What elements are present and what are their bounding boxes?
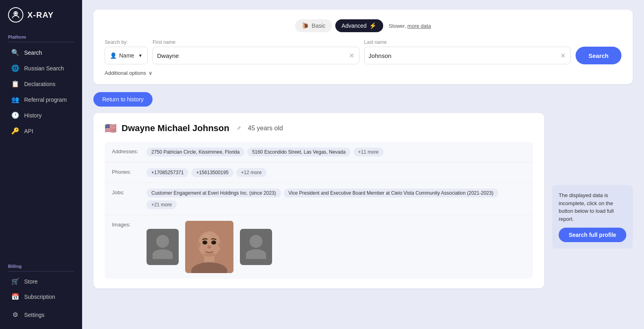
last-name-clear-button[interactable]: ✕: [559, 51, 566, 60]
sidebar-item-search[interactable]: 🔍 Search: [3, 45, 79, 60]
job-tag-more[interactable]: +21 more: [147, 200, 177, 209]
basic-label: Basic: [312, 23, 325, 29]
sidebar-item-russian-label: Russian Search: [24, 65, 64, 72]
result-name: Dwayne Michael Johnson: [122, 123, 229, 134]
phone-tag-more[interactable]: +12 more: [236, 168, 266, 177]
svg-point-13: [204, 234, 211, 238]
svg-point-12: [204, 253, 215, 257]
avatar-placeholder-1: [147, 229, 179, 265]
phone-tag-0: +17085257371: [147, 168, 188, 177]
person-photo: [185, 221, 233, 273]
search-by-container: Search by: 👤 Name ▼: [105, 39, 148, 64]
jobs-tags: Customer Engagement at Everi Holdings In…: [147, 189, 526, 209]
last-name-input[interactable]: [369, 52, 559, 59]
chevron-down-icon: ∨: [149, 70, 153, 76]
more-data-link[interactable]: more data: [407, 23, 431, 29]
avatar-placeholder-2: [240, 229, 272, 265]
result-header: 🇺🇸 Dwayne Michael Johnson ♂ 45 years old: [105, 123, 533, 134]
history-icon: 🕐: [11, 111, 19, 119]
sidebar: X-RAY Platform 🔍 Search 🌐 Russian Search…: [0, 0, 82, 329]
images-label: Images:: [112, 221, 140, 228]
svg-point-10: [211, 241, 216, 245]
search-icon: 🔍: [11, 49, 19, 56]
additional-options-label: Additional options: [105, 70, 146, 76]
sidebar-item-declarations-label: Declarations: [24, 81, 56, 87]
name-select-label: Name: [119, 52, 134, 59]
avatar-head-1: [156, 235, 169, 248]
russian-search-icon: 🌐: [11, 64, 19, 72]
first-name-field: First name ✕: [153, 39, 359, 64]
search-row: Search by: 👤 Name ▼ First name ✕ Last na…: [105, 39, 621, 64]
logo: X-RAY: [0, 0, 82, 30]
first-name-input-wrap: ✕: [153, 47, 359, 64]
search-button[interactable]: Search: [576, 47, 621, 64]
job-tag-1: Vice President and Executive Board Membe…: [284, 189, 498, 197]
search-full-profile-button[interactable]: Search full profile: [559, 228, 626, 242]
phones-row: Phones: +17085257371 +15613500195 +12 mo…: [105, 162, 533, 183]
subscription-icon: 📅: [11, 293, 19, 300]
first-name-input[interactable]: [157, 52, 348, 59]
sidebar-bottom: Billing 🛒 Store 📅 Subscription ⚙ Setting…: [0, 257, 82, 329]
person-icon: 👤: [110, 52, 117, 59]
sidebar-item-api[interactable]: 🔑 API: [3, 123, 79, 138]
return-to-history-button[interactable]: Return to history: [93, 92, 153, 107]
sidebar-item-subscription[interactable]: 📅 Subscription: [3, 289, 79, 304]
sidebar-item-russian-search[interactable]: 🌐 Russian Search: [3, 61, 79, 76]
basic-icon: 🐌: [301, 22, 309, 29]
advanced-mode-button[interactable]: Advanced ⚡: [335, 19, 383, 32]
sidebar-item-history[interactable]: 🕐 History: [3, 108, 79, 123]
name-select[interactable]: 👤 Name ▼: [105, 47, 148, 64]
sidebar-item-settings-label: Settings: [24, 312, 45, 318]
sidebar-item-settings[interactable]: ⚙ Settings: [3, 307, 79, 322]
job-tag-0: Customer Engagement at Everi Holdings In…: [147, 189, 281, 197]
platform-label: Platform: [0, 30, 82, 41]
sidebar-item-search-label: Search: [24, 49, 42, 56]
sidebar-item-referral-label: Referral program: [24, 97, 67, 103]
settings-icon: ⚙: [11, 311, 19, 319]
tooltip-text: The displayed data is incomplete, click …: [559, 192, 614, 222]
declarations-icon: 📋: [11, 80, 19, 88]
chevron-down-icon: ▼: [138, 53, 142, 58]
additional-options[interactable]: Additional options ∨: [105, 70, 621, 76]
address-tag-1: 5160 Escondido Street, Las Vegas, Nevada: [247, 148, 350, 156]
store-icon: 🛒: [11, 278, 19, 285]
sidebar-item-store[interactable]: 🛒 Store: [3, 274, 79, 289]
address-tag-0: 2750 Patrician Circle, Kissimmee, Florid…: [147, 148, 244, 156]
logo-icon: [8, 7, 23, 23]
last-name-input-wrap: ✕: [364, 47, 571, 64]
last-name-field: Last name ✕: [364, 39, 571, 64]
basic-mode-button[interactable]: 🐌 Basic: [295, 19, 332, 32]
result-flag: 🇺🇸: [105, 123, 117, 134]
first-name-label: First name: [153, 39, 359, 45]
result-gender: ♂: [237, 125, 242, 132]
addresses-label: Addresses:: [112, 148, 140, 154]
svg-point-7: [196, 242, 200, 248]
tooltip-card: The displayed data is incomplete, click …: [552, 185, 633, 249]
billing-label: Billing: [0, 257, 82, 270]
api-icon: 🔑: [11, 127, 19, 135]
svg-point-9: [202, 241, 207, 245]
platform-divider: [8, 42, 74, 42]
main-content: 🐌 Basic Advanced ⚡ Slower, more data Sea…: [82, 0, 644, 329]
billing-divider: [8, 271, 74, 271]
sidebar-item-api-label: API: [24, 128, 33, 134]
address-tag-more[interactable]: +11 more: [353, 148, 384, 156]
addresses-tags: 2750 Patrician Circle, Kissimmee, Florid…: [147, 148, 526, 156]
sidebar-item-declarations[interactable]: 📋 Declarations: [3, 76, 79, 91]
content-area: Return to history 🇺🇸 Dwayne Michael John…: [93, 92, 633, 288]
search-by-label: Search by:: [105, 39, 148, 45]
sidebar-item-store-label: Store: [24, 278, 37, 285]
first-name-clear-button[interactable]: ✕: [348, 51, 355, 60]
images-container: [147, 221, 272, 273]
phones-tags: +17085257371 +15613500195 +12 more: [147, 168, 526, 177]
result-area: Return to history 🇺🇸 Dwayne Michael John…: [93, 92, 544, 288]
referral-icon: 👥: [11, 96, 19, 103]
result-card: 🇺🇸 Dwayne Michael Johnson ♂ 45 years old…: [93, 113, 544, 288]
svg-point-11: [207, 245, 211, 249]
avatar-body-1: [153, 249, 173, 259]
last-name-label: Last name: [364, 39, 571, 45]
sidebar-item-subscription-label: Subscription: [24, 294, 55, 300]
mode-switcher: 🐌 Basic Advanced ⚡ Slower, more data: [105, 19, 621, 32]
svg-point-1: [15, 13, 17, 14]
sidebar-item-referral[interactable]: 👥 Referral program: [3, 92, 79, 107]
